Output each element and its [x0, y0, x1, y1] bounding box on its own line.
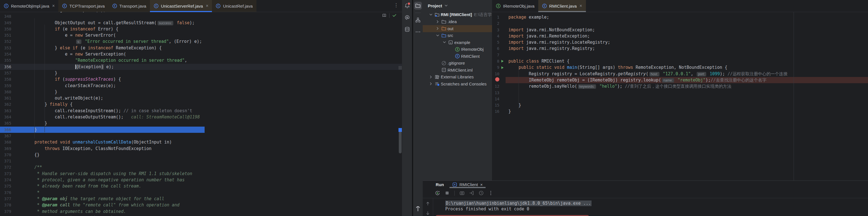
code-line-348[interactable]: 348: [0, 13, 402, 20]
kebab-v-icon[interactable]: [487, 190, 494, 196]
close-icon[interactable]: ×: [580, 3, 582, 8]
import-icon[interactable]: [468, 190, 475, 196]
line-number[interactable]: 349: [0, 20, 11, 26]
tool-stripe-db-button[interactable]: [403, 25, 411, 33]
line-number[interactable]: 5: [492, 39, 499, 45]
code-line-357[interactable]: 357 }: [0, 70, 402, 76]
chevron-right-icon[interactable]: [429, 75, 433, 79]
chevron-down-icon[interactable]: [436, 34, 440, 37]
reader-mode-book-icon[interactable]: [382, 13, 386, 18]
down-icon[interactable]: [425, 211, 430, 216]
line-number[interactable]: 16: [492, 108, 499, 115]
line-number[interactable]: 13: [492, 90, 499, 96]
line-number[interactable]: 8: [492, 58, 499, 64]
clock-icon[interactable]: [478, 190, 485, 196]
code-line-10[interactable]: 10 Registry registry = LocateRegistry.ge…: [492, 71, 868, 77]
camera-icon[interactable]: [459, 190, 465, 196]
code-line-371[interactable]: 371: [0, 158, 402, 164]
code-line-358[interactable]: 358 if (suppressStackTraces) {: [0, 76, 402, 82]
code-line-368[interactable]: 368 protected void unmarshalCustomCallDa…: [0, 139, 402, 145]
line-number[interactable]: 358: [0, 76, 11, 82]
code-line-350[interactable]: 350 if (e instanceof Error) {: [0, 26, 402, 32]
line-number[interactable]: 361: [0, 95, 11, 101]
line-number[interactable]: 348: [0, 13, 11, 20]
right-editor[interactable]: 1package example;23import java.rmi.NotBo…: [492, 12, 868, 181]
code-line-359[interactable]: 359 clearStackTraces(e);: [0, 83, 402, 89]
code-line-16[interactable]: 16}: [492, 108, 868, 115]
code-line-349[interactable]: 349 ObjectOutput out = call.getResultStr…: [0, 20, 402, 26]
code-line-375[interactable]: 375 * already been read from the call st…: [0, 183, 402, 189]
line-number[interactable]: 376: [0, 189, 11, 196]
code-line-378[interactable]: 378 * @param call the "remote call" from…: [0, 202, 402, 208]
line-number[interactable]: 380: [0, 215, 11, 216]
code-line-14[interactable]: 14: [492, 96, 868, 102]
line-number[interactable]: 14: [492, 96, 499, 102]
line-number[interactable]: 12: [492, 83, 499, 89]
chevron-down-icon[interactable]: [429, 13, 433, 17]
code-line-363[interactable]: 363 call.releaseInputStream(); // in cas…: [0, 108, 402, 114]
tool-stripe-hammer-button[interactable]: [414, 205, 422, 213]
tab-UnicastServerRef.java[interactable]: CUnicastServerRef.java×: [150, 0, 212, 12]
line-number[interactable]: 362: [0, 101, 11, 107]
code-line-5[interactable]: 5import java.rmi.registry.LocateRegistry…: [492, 39, 868, 45]
tree-item-external-libraries[interactable]: External Libraries: [423, 73, 492, 81]
line-number[interactable]: 9: [492, 64, 499, 70]
code-line-361[interactable]: 361 out.writeObject(e);: [0, 95, 402, 101]
tab-UnicastRef.java[interactable]: CUnicastRef.java: [212, 0, 256, 12]
line-number[interactable]: 364: [0, 114, 11, 120]
code-line-4[interactable]: 4import java.rmi.RemoteException;: [492, 33, 868, 39]
line-number[interactable]: 360: [0, 89, 11, 95]
line-number[interactable]: 372: [0, 164, 11, 170]
code-line-380[interactable]: 380 * @param op the operation number: [0, 215, 402, 216]
line-number[interactable]: 1: [492, 14, 499, 20]
line-number[interactable]: 379: [0, 208, 11, 215]
tree-item-out[interactable]: out: [423, 25, 492, 32]
tree-item-iremoteobj[interactable]: IIRemoteObj: [423, 46, 492, 53]
code-line-356[interactable]: 356 (Exception) e);: [0, 64, 402, 70]
line-number[interactable]: 368: [0, 139, 11, 145]
line-number[interactable]: 375: [0, 183, 11, 189]
tool-stripe-structure-button[interactable]: [414, 16, 422, 24]
chevron-down-icon[interactable]: [442, 40, 446, 44]
tab-IRemoteObj.java[interactable]: IIRemoteObj.java: [492, 0, 538, 12]
line-number[interactable]: 367: [0, 133, 11, 139]
tree-item-rmiclient.iml[interactable]: RMIClient.iml: [423, 66, 492, 73]
run-tab-rmiclient[interactable]: RMIClient ×: [450, 181, 486, 188]
line-number[interactable]: 7: [492, 52, 499, 58]
line-number[interactable]: 4: [492, 33, 499, 39]
code-line-7[interactable]: 7: [492, 52, 868, 58]
code-line-365[interactable]: 365 }: [0, 120, 402, 126]
gutter-breakpoint[interactable]: [492, 77, 499, 83]
code-line-9[interactable]: 9 public static void main(String[] args)…: [492, 64, 868, 70]
tree-item-.gitignore[interactable]: .gitignore: [423, 60, 492, 67]
inspections-ok-check-icon[interactable]: [392, 13, 397, 18]
code-line-377[interactable]: 377 * @param obj the target remote objec…: [0, 196, 402, 202]
tree-item-rmi-rmiclient-[interactable]: RMI [RMIClient]E:\语言学习\j: [423, 11, 492, 18]
code-line-6[interactable]: 6import java.rmi.registry.Registry;: [492, 45, 868, 52]
line-number[interactable]: 373: [0, 171, 11, 177]
line-number[interactable]: 377: [0, 196, 11, 202]
code-line-369[interactable]: 369 throws IOException, ClassNotFoundExc…: [0, 146, 402, 152]
stop-icon[interactable]: [443, 190, 451, 196]
line-number[interactable]: 359: [0, 83, 11, 89]
left-editor[interactable]: 347 logCallException(e);348349 ObjectOut…: [0, 12, 402, 216]
code-line-351[interactable]: 351 e = new ServerError(: [0, 32, 402, 38]
close-icon[interactable]: ×: [480, 182, 483, 187]
console-output[interactable]: D:\ruanjian\huanjinbianliang\jdk1.8.0_65…: [433, 198, 868, 216]
tree-item-.idea[interactable]: .idea: [423, 18, 492, 25]
code-line-366[interactable]: 366 }: [0, 127, 402, 133]
tab-options-kebab-icon[interactable]: ⋮: [394, 2, 399, 8]
line-number[interactable]: 370: [0, 152, 11, 158]
tool-stripe-bell-button[interactable]: [403, 2, 411, 9]
code-line-3[interactable]: 3import java.rmi.NotBoundException;: [492, 27, 868, 33]
code-line-1[interactable]: 1package example;: [492, 14, 868, 20]
line-number[interactable]: 15: [492, 102, 499, 108]
line-number[interactable]: 355: [0, 57, 11, 63]
line-number[interactable]: 351: [0, 32, 11, 38]
line-number[interactable]: 10: [492, 71, 499, 77]
line-number[interactable]: 378: [0, 202, 11, 208]
tool-stripe-ai-button[interactable]: [403, 13, 411, 22]
code-line-362[interactable]: 362 } finally {: [0, 101, 402, 107]
code-line-11[interactable]: IRemoteObj remoteObj = (IRemoteObj) regi…: [492, 77, 868, 83]
code-line-353[interactable]: 353 } else if (e instanceof RemoteExcept…: [0, 45, 402, 51]
